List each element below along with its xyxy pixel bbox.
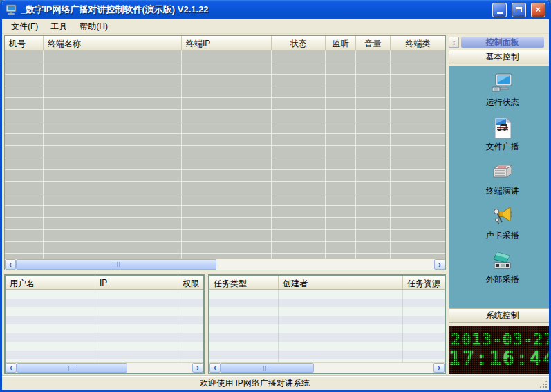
tool-label: 外部采播 [486, 274, 519, 286]
users-table: 用户名 IP 权限 ‹ › [4, 274, 205, 374]
scroll-thumb[interactable] [16, 259, 216, 270]
close-icon: × [536, 5, 541, 15]
maximize-icon [516, 7, 522, 12]
col-header-terminal-type[interactable]: 终端类 [391, 36, 445, 50]
scroll-left-button[interactable]: ‹ [209, 363, 221, 373]
status-message: 欢迎使用 IP网络广播对讲系统 [200, 377, 310, 389]
terminal-table: 机号 终端名称 终端IP 状态 监听 音量 终端类 [4, 35, 446, 270]
terminal-col-terminal-ip [182, 50, 272, 259]
control-panel-title: 控制面板 [486, 37, 519, 47]
users-table-body [6, 290, 203, 362]
menu-bar: 文件(F) 工具 帮助(H) [2, 19, 549, 34]
led-clock: 2013-03-27 17:16:44 [449, 326, 551, 374]
terminal-col-terminal-name [44, 50, 182, 259]
col-header-status[interactable]: 状态 [272, 36, 326, 50]
users-col-permission [178, 290, 203, 362]
menu-tools[interactable]: 工具 [44, 19, 73, 34]
users-table-header: 用户名 IP 权限 [6, 276, 203, 290]
scroll-left-button[interactable]: ‹ [6, 363, 17, 373]
col-header-volume[interactable]: 音量 [356, 36, 391, 50]
tool-external-broadcast[interactable]: 外部采播 [486, 250, 519, 286]
media-device-icon [491, 250, 514, 272]
basic-control-tools: 运行状态 文 [449, 66, 551, 308]
minimize-button[interactable] [492, 3, 507, 17]
tasks-table-body [209, 290, 445, 362]
terminal-table-body [5, 50, 445, 259]
col-header-task-resource[interactable]: 任务资源 [403, 276, 445, 289]
tool-label: 运行状态 [486, 97, 519, 109]
tasks-col-task-type [209, 290, 279, 362]
tool-file-broadcast[interactable]: 文件广播 [486, 118, 519, 153]
date-display: 2013-03-27 [451, 331, 551, 348]
users-col-ip [95, 290, 178, 362]
scroll-track[interactable] [16, 259, 434, 270]
terminal-col-terminal-type [391, 50, 445, 259]
menu-help[interactable]: 帮助(H) [73, 19, 114, 34]
col-header-task-type[interactable]: 任务类型 [209, 276, 279, 289]
section-system-control[interactable]: 系统控制 [449, 308, 551, 323]
tool-soundcard-broadcast[interactable]: 声卡采播 [486, 206, 519, 241]
close-button[interactable]: × [531, 3, 545, 17]
scroll-right-button[interactable]: › [434, 259, 445, 270]
tool-label: 文件广播 [486, 141, 519, 153]
control-panel-title-handle[interactable]: 控制面板 [461, 37, 544, 48]
mic-speaker-icon [491, 206, 514, 227]
scroll-thumb[interactable] [17, 363, 127, 373]
col-header-terminal-name[interactable]: 终端名称 [44, 36, 182, 50]
terminal-table-header: 机号 终端名称 终端IP 状态 监听 音量 终端类 [5, 36, 445, 50]
users-col-user-name [6, 290, 95, 362]
tasks-table: 任务类型 创建者 任务资源 ‹ › [208, 274, 446, 374]
window-title: _数字IP网络广播对讲控制软件(演示版) V2.1.22 [21, 3, 487, 16]
tool-label: 终端演讲 [486, 185, 519, 197]
status-bar: 欢迎使用 IP网络广播对讲系统 [2, 375, 549, 390]
tasks-col-task-resource [403, 290, 445, 362]
bottom-row: 用户名 IP 权限 ‹ › [4, 274, 446, 374]
col-header-terminal-ip[interactable]: 终端IP [182, 36, 272, 50]
menu-file[interactable]: 文件(F) [5, 19, 44, 34]
scroll-track[interactable] [221, 363, 433, 373]
col-header-device-id[interactable]: 机号 [5, 36, 44, 50]
terminal-col-monitor [326, 50, 356, 259]
scroll-grip-icon [263, 366, 271, 371]
scroll-right-button[interactable]: › [433, 363, 445, 373]
tool-running-status[interactable]: 运行状态 [486, 73, 519, 109]
tool-terminal-speech[interactable]: 终端演讲 [486, 162, 519, 197]
scroll-right-button[interactable]: › [192, 363, 203, 373]
scroll-left-button[interactable]: ‹ [5, 259, 16, 270]
terminal-col-status [272, 50, 326, 259]
dock-arrows-icon: ↕ [452, 39, 456, 46]
col-header-monitor[interactable]: 监听 [326, 36, 356, 50]
control-panel-caption: ↕ 控制面板 × [449, 36, 551, 48]
panel-close-button[interactable]: × [546, 37, 551, 47]
resize-grip[interactable] [539, 380, 548, 389]
control-panel-sidebar: ↕ 控制面板 × 基本控制 运行 [448, 35, 551, 374]
monitor-icon [491, 73, 514, 95]
col-header-permission[interactable]: 权限 [178, 276, 203, 289]
title-bar: _数字IP网络广播对讲控制软件(演示版) V2.1.22 × [2, 0, 549, 19]
tasks-h-scrollbar[interactable]: ‹ › [209, 362, 445, 373]
tasks-table-header: 任务类型 创建者 任务资源 [209, 276, 445, 290]
col-header-user-name[interactable]: 用户名 [6, 276, 95, 289]
col-header-ip[interactable]: IP [95, 276, 178, 289]
main-content: 机号 终端名称 终端IP 状态 监听 音量 终端类 [2, 34, 549, 375]
scroll-thumb[interactable] [221, 363, 314, 373]
scroll-grip-icon [113, 262, 120, 267]
terminal-h-scrollbar[interactable]: ‹ › [5, 259, 445, 270]
left-column: 机号 终端名称 终端IP 状态 监听 音量 终端类 [4, 35, 446, 374]
minimize-icon [497, 12, 503, 14]
scroll-grip-icon [68, 366, 76, 371]
section-basic-control[interactable]: 基本控制 [449, 50, 551, 64]
tool-label: 声卡采播 [486, 230, 519, 241]
scroll-track[interactable] [17, 363, 192, 373]
app-logo-icon[interactable] [6, 4, 17, 15]
col-header-creator[interactable]: 创建者 [279, 276, 403, 289]
dock-toggle-button[interactable]: ↕ [449, 37, 459, 48]
users-h-scrollbar[interactable]: ‹ › [6, 362, 203, 373]
app-window: _数字IP网络广播对讲控制软件(演示版) V2.1.22 × 文件(F) 工具 … [0, 0, 551, 392]
tasks-col-creator [279, 290, 403, 362]
terminal-col-device-id [5, 50, 44, 259]
maximize-button[interactable] [512, 3, 526, 17]
time-display: 17:16:44 [449, 348, 551, 368]
terminal-col-volume [356, 50, 391, 259]
amplifier-icon [491, 162, 514, 183]
